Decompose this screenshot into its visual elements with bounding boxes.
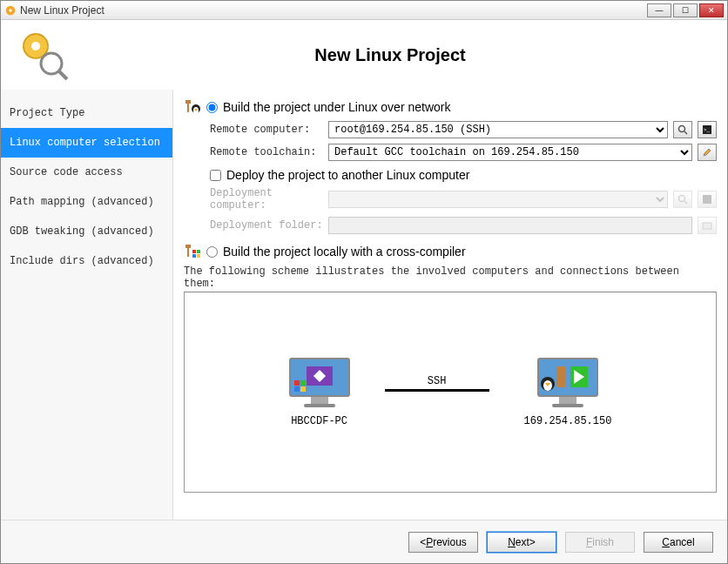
svg-rect-20 — [187, 248, 189, 257]
deployment-folder-input — [328, 217, 692, 234]
remote-computer-select[interactable]: root@169.254.85.150 (SSH) — [328, 121, 668, 138]
svg-rect-31 — [556, 366, 565, 387]
content: Build the project under Linux over netwo… — [173, 90, 727, 520]
svg-rect-21 — [192, 250, 196, 253]
deployment-computer-select — [328, 191, 668, 208]
close-button[interactable]: ✕ — [699, 3, 724, 17]
deploy-checkbox[interactable] — [210, 170, 221, 181]
svg-rect-29 — [294, 386, 300, 392]
sidebar-item-linux-computer[interactable]: Linux computer selection — [1, 128, 172, 158]
svg-text:>_: >_ — [704, 127, 711, 132]
deployment-computer-label: Deployment computer: — [210, 187, 323, 212]
edit-toolchain-button[interactable] — [698, 144, 717, 161]
remote-computer-label: Remote computer: — [210, 124, 323, 136]
deploy-label: Deploy the project to another Linux comp… — [226, 168, 469, 182]
svg-point-11 — [679, 126, 685, 132]
titlebar: New Linux Project — ☐ ✕ — [1, 1, 727, 20]
svg-rect-18 — [703, 223, 711, 229]
svg-rect-30 — [300, 386, 306, 392]
console-remote-button[interactable]: >_ — [698, 121, 717, 138]
remote-toolchain-select[interactable]: Default GCC toolchain on 169.254.85.150 — [328, 144, 692, 161]
remote-computer-label-diagram: 169.254.85.150 — [524, 415, 612, 427]
svg-rect-6 — [185, 100, 191, 104]
window-title: New Linux Project — [20, 4, 647, 17]
svg-rect-17 — [703, 195, 711, 204]
svg-point-15 — [679, 196, 685, 202]
sidebar-item-gdb-tweaking[interactable]: GDB tweaking (advanced) — [1, 217, 172, 246]
build-remote-radio[interactable] — [206, 102, 218, 113]
svg-rect-7 — [187, 104, 189, 112]
build-cross-radio[interactable] — [206, 246, 218, 258]
next-button[interactable]: Next > — [487, 532, 556, 553]
local-computer-label: HBCCDF-PC — [291, 415, 347, 427]
previous-button[interactable]: < Previous — [408, 532, 478, 553]
svg-line-12 — [684, 131, 687, 134]
search-deploy-button — [673, 191, 692, 208]
svg-rect-23 — [192, 254, 196, 258]
hammer-tux-icon — [184, 98, 201, 116]
sidebar: Project Type Linux computer selection So… — [1, 90, 173, 520]
sidebar-item-include-dirs[interactable]: Include dirs (advanced) — [1, 246, 172, 276]
svg-line-5 — [58, 70, 67, 79]
svg-rect-27 — [294, 380, 300, 386]
svg-rect-28 — [300, 380, 306, 386]
svg-line-16 — [684, 201, 687, 204]
connection-label: SSH — [428, 375, 447, 387]
remote-toolchain-label: Remote toolchain: — [210, 146, 323, 158]
sidebar-item-source-code[interactable]: Source code access — [1, 158, 172, 187]
search-remote-button[interactable] — [673, 121, 692, 138]
svg-rect-19 — [185, 245, 191, 248]
console-deploy-button — [698, 191, 717, 208]
svg-point-1 — [9, 9, 12, 12]
local-computer-node: HBCCDF-PC — [289, 358, 350, 427]
hammer-windows-icon — [184, 243, 201, 260]
header: New Linux Project — [1, 20, 727, 90]
sidebar-item-path-mapping[interactable]: Path mapping (advanced) — [1, 187, 172, 217]
page-title: New Linux Project — [71, 45, 710, 65]
connection-diagram: HBCCDF-PC SSH 169.254.85.150 — [184, 292, 717, 493]
finish-button: Finish — [565, 532, 635, 553]
svg-point-3 — [31, 42, 40, 50]
app-icon — [4, 4, 17, 17]
remote-computer-node: 169.254.85.150 — [524, 358, 612, 427]
svg-rect-22 — [197, 250, 200, 253]
build-cross-label: Build the project locally with a cross-c… — [223, 245, 466, 258]
svg-rect-24 — [197, 254, 200, 258]
footer: < Previous Next > Finish Cancel — [1, 520, 727, 563]
connection: SSH — [385, 375, 489, 392]
maximize-button[interactable]: ☐ — [673, 3, 698, 17]
build-remote-label: Build the project under Linux over netwo… — [223, 100, 450, 114]
minimize-button[interactable]: — — [647, 3, 671, 17]
scheme-description: The following scheme illustrates the inv… — [184, 265, 717, 292]
sidebar-item-project-type[interactable]: Project Type — [1, 98, 172, 128]
deployment-folder-label: Deployment folder: — [210, 219, 323, 232]
browse-folder-button — [698, 217, 717, 234]
connection-line — [385, 389, 489, 392]
cancel-button[interactable]: Cancel — [644, 532, 713, 553]
wizard-icon — [18, 29, 71, 81]
